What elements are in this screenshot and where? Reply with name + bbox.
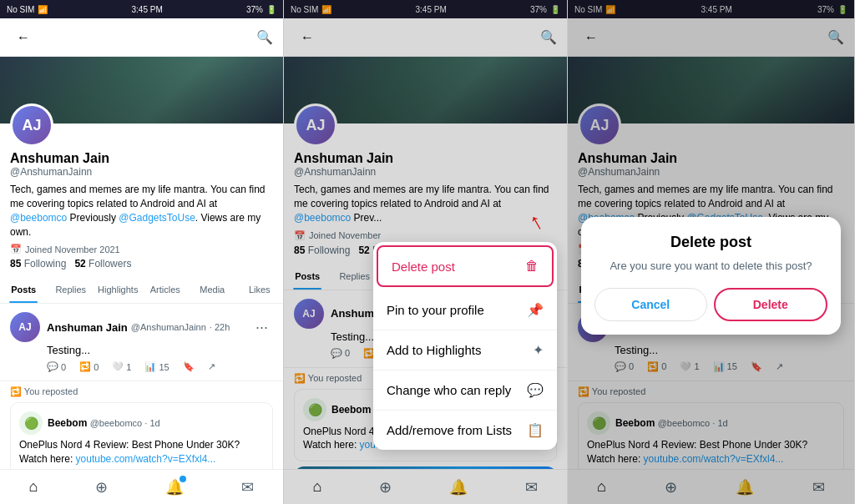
- dropdown-menu: Delete post 🗑 Pin to your profile 📌 Add …: [373, 242, 557, 450]
- repost-avatar-1: 🟢: [19, 411, 43, 435]
- tweet-name-1: Anshuman Jain: [47, 321, 128, 334]
- tweet-name-row-1: Anshuman Jain @AnshumanJainn · 22h: [47, 321, 244, 334]
- bottom-nav-1: ⌂ ⊕ 🔔 ✉: [0, 469, 283, 504]
- avatar-1: AJ: [10, 103, 53, 147]
- tweet-more-1[interactable]: ···: [250, 317, 273, 338]
- tab-articles-1[interactable]: Articles: [142, 276, 190, 303]
- repost-card-1: 🟢 Beebom @beebomco · 1d OnePlus Nord 4 R…: [10, 402, 273, 469]
- wifi-icon-1: 📶: [38, 5, 48, 14]
- repost-link-1[interactable]: youtube.com/watch?v=EXfxl4...: [76, 453, 216, 465]
- tweet-avatar-1: AJ: [10, 312, 40, 342]
- list-icon: 📋: [527, 422, 544, 438]
- status-right-1: 37% 🔋: [246, 5, 276, 14]
- calendar-icon-1: 📅: [10, 244, 22, 255]
- dropdown-lists[interactable]: Add/remove from Lists 📋: [373, 411, 557, 450]
- notifications-nav-1[interactable]: 🔔: [165, 478, 184, 496]
- tweet-actions-1: 💬 0 🔁 0 🤍 1 📊 15 🔖 ↗: [47, 361, 273, 372]
- retweet-action-1[interactable]: 🔁 0: [79, 361, 99, 372]
- reply-label: Change who can reply: [387, 383, 511, 397]
- tweet-body-1: Testing...: [47, 344, 273, 356]
- followers-stat-1: 52 Followers: [74, 258, 131, 270]
- tweet-handle-1: @AnshumanJainn: [131, 322, 206, 332]
- views-action-1[interactable]: 📊 15: [144, 361, 169, 372]
- following-stat-1: 85 Following: [10, 258, 66, 270]
- bookmark-action-1[interactable]: 🔖: [183, 361, 195, 372]
- bio-link2-1[interactable]: @GadgetsToUse: [119, 212, 195, 224]
- notif-badge-1: [180, 476, 186, 482]
- pin-label: Pin to your profile: [387, 303, 484, 317]
- highlights-label: Add to Highlights: [387, 343, 481, 357]
- battery-icon-1: 🔋: [266, 5, 276, 14]
- dialog-title: Delete post: [594, 234, 827, 251]
- repost-header-1: 🟢 Beebom @beebomco · 1d: [19, 411, 264, 435]
- dropdown-delete[interactable]: Delete post 🗑: [377, 245, 554, 287]
- repost-meta-1: Beebom @beebomco · 1d: [48, 417, 160, 429]
- delete-label: Delete post: [392, 260, 455, 274]
- cancel-button[interactable]: Cancel: [594, 288, 707, 321]
- search-icon-1[interactable]: 🔍: [256, 29, 273, 45]
- panel-2: No SIM 📶 3:45 PM 37% 🔋 ← 🔍 AJ Anshuman J…: [284, 0, 568, 504]
- share-action-1[interactable]: ↗: [208, 361, 215, 372]
- dialog-buttons: Cancel Delete: [594, 288, 827, 321]
- carrier-1: No SIM: [7, 5, 34, 14]
- dropdown-pin[interactable]: Pin to your profile 📌: [373, 290, 557, 330]
- joined-1: Joined November 2021: [25, 244, 120, 255]
- profile-section-1: AJ Anshuman Jain @AnshumanJainn Tech, ga…: [0, 123, 283, 276]
- profile-name-1: Anshuman Jain: [10, 150, 273, 166]
- tab-highlights-1[interactable]: Highlights: [94, 276, 142, 303]
- tweet-meta-1: Anshuman Jain @AnshumanJainn · 22h: [47, 321, 244, 334]
- status-left-1: No SIM 📶: [7, 5, 48, 14]
- tweet-time-1: · 22h: [210, 322, 230, 332]
- tab-posts-1[interactable]: Posts: [0, 276, 48, 303]
- feed-1: AJ Anshuman Jain @AnshumanJainn · 22h ··…: [0, 304, 283, 469]
- repost-label-1: 🔁 You reposted: [0, 381, 283, 397]
- confirm-dialog: Delete post Are you sure you want to del…: [581, 217, 841, 335]
- profile-meta-1: 📅 Joined November 2021: [10, 244, 273, 255]
- status-bar-1: No SIM 📶 3:45 PM 37% 🔋: [0, 0, 283, 18]
- tab-media-1[interactable]: Media: [189, 276, 236, 303]
- dialog-body: Are you sure you want to delete this pos…: [594, 258, 827, 275]
- lists-label: Add/remove from Lists: [387, 423, 512, 437]
- profile-handle-1: @AnshumanJainn: [10, 166, 273, 178]
- home-nav-1[interactable]: ⌂: [29, 478, 38, 496]
- repost-body-1: OnePlus Nord 4 Review: Best Phone Under …: [19, 438, 264, 466]
- pin-icon: 📌: [527, 302, 544, 318]
- reply-action-1[interactable]: 💬 0: [47, 361, 66, 372]
- avatar-wrapper-1: AJ: [10, 103, 273, 147]
- battery-1: 37%: [246, 5, 263, 14]
- panel-3: No SIM 📶 3:45 PM 37% 🔋 ← 🔍 AJ Anshuman J…: [568, 0, 855, 504]
- panel-1: No SIM 📶 3:45 PM 37% 🔋 ← 🔍 AJ Anshuman J…: [0, 0, 284, 504]
- like-action-1[interactable]: 🤍 1: [112, 361, 131, 372]
- profile-stats-1: 85 Following 52 Followers: [10, 258, 273, 270]
- tab-likes-1[interactable]: Likes: [236, 276, 284, 303]
- bio-link1-1[interactable]: @beebomco: [10, 212, 67, 224]
- tabs-bar-1: Posts Replies Highlights Articles Media …: [0, 276, 283, 304]
- repost-name-1: Beebom: [48, 417, 87, 429]
- sparkle-icon: ✦: [533, 342, 544, 358]
- delete-button[interactable]: Delete: [714, 288, 828, 321]
- messages-nav-1[interactable]: ✉: [241, 478, 254, 496]
- tweet-header-1: AJ Anshuman Jain @AnshumanJainn · 22h ··…: [10, 312, 273, 342]
- dropdown-reply[interactable]: Change who can reply 💬: [373, 370, 557, 411]
- chat-icon: 💬: [527, 382, 544, 398]
- back-button-1[interactable]: ←: [10, 24, 37, 51]
- time-1: 3:45 PM: [132, 5, 163, 14]
- dropdown-highlights[interactable]: Add to Highlights ✦: [373, 330, 557, 370]
- profile-bio-1: Tech, games and memes are my life mantra…: [10, 183, 273, 239]
- search-nav-1[interactable]: ⊕: [95, 478, 108, 496]
- tab-replies-1[interactable]: Replies: [48, 276, 95, 303]
- tweet-card-1: AJ Anshuman Jain @AnshumanJainn · 22h ··…: [0, 304, 283, 381]
- top-nav-1: ← 🔍: [0, 18, 283, 57]
- repost-handle-1: @beebomco · 1d: [90, 418, 160, 428]
- trash-icon: 🗑: [525, 259, 539, 274]
